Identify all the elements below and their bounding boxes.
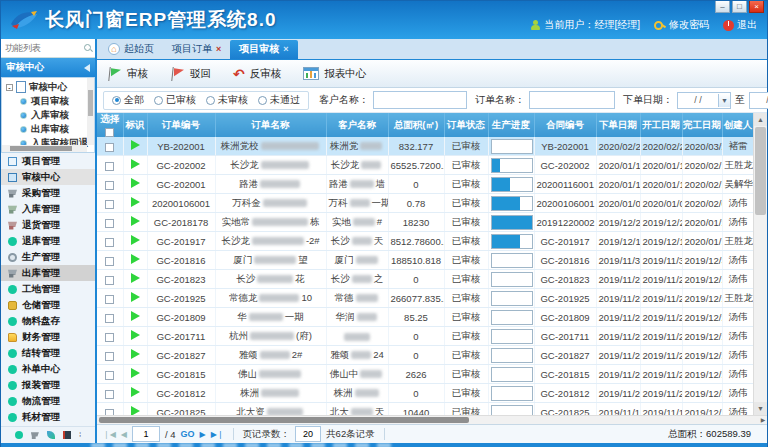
table-row[interactable]: GC-201827雅颂2#雅颂240已审核GC-2018272019/11/20…: [97, 346, 754, 365]
sidebar-item-仓储管理[interactable]: 仓储管理: [1, 297, 95, 313]
chevron-down-icon[interactable]: ▼: [718, 94, 730, 107]
sidebar-item-出库管理[interactable]: 出库管理: [1, 265, 95, 281]
row-checkbox[interactable]: [105, 219, 114, 228]
tree-root-node[interactable]: - 审核中心: [6, 80, 94, 94]
column-header-生产进度[interactable]: 生产进度: [488, 113, 534, 137]
table-row[interactable]: GC-201711杭州(府)0已审核GC-2017112019/11/20201…: [97, 327, 754, 346]
row-checkbox[interactable]: [105, 257, 114, 266]
sidebar-item-耗材管理[interactable]: 耗材管理: [1, 409, 95, 425]
tree-item[interactable]: 项目审核: [6, 94, 94, 108]
scroll-right-icon[interactable]: ▶: [759, 416, 767, 424]
column-header-订单名称[interactable]: 订单名称: [215, 113, 326, 137]
last-page-button[interactable]: ▶❘: [211, 430, 224, 439]
column-header-选择[interactable]: 选择: [97, 113, 123, 137]
close-button[interactable]: ×: [749, 1, 764, 13]
column-header-合同编号[interactable]: 合同编号: [534, 113, 596, 137]
column-header-完工日期[interactable]: 完工日期: [682, 113, 722, 137]
column-header-标识[interactable]: 标识: [123, 113, 147, 137]
sidebar-item-结转管理[interactable]: 结转管理: [1, 345, 95, 361]
row-checkbox[interactable]: [105, 181, 114, 190]
scrollbar-thumb[interactable]: [755, 127, 766, 215]
sidebar-item-退货管理[interactable]: 退货管理: [1, 217, 95, 233]
maximize-button[interactable]: □: [732, 1, 747, 13]
table-horizontal-scrollbar[interactable]: ◀ ▶: [97, 415, 767, 424]
tab-项目审核[interactable]: 项目审核×: [230, 40, 297, 59]
table-row[interactable]: GC-2018178实地常栋实地#18230已审核201912200022019…: [97, 213, 754, 232]
tree-item[interactable]: 出库审核: [6, 122, 94, 136]
row-checkbox[interactable]: [105, 295, 114, 304]
leaf-icon[interactable]: [47, 431, 55, 439]
row-checkbox[interactable]: [105, 314, 114, 323]
radio-已审核[interactable]: 已审核: [154, 93, 196, 107]
page-size-input[interactable]: [295, 426, 321, 442]
table-row[interactable]: GC-201809华一期华润85.25已审核GC-2018092019/11/2…: [97, 308, 754, 327]
page-number-input[interactable]: [132, 426, 160, 442]
sidebar-item-工地管理[interactable]: 工地管理: [1, 281, 95, 297]
order-name-input[interactable]: [529, 91, 615, 109]
minimize-button[interactable]: –: [715, 1, 730, 13]
sidebar-item-入库管理[interactable]: 入库管理: [1, 201, 95, 217]
overflow-icon[interactable]: ⁞: [79, 431, 81, 439]
scroll-down-icon[interactable]: ▼: [754, 402, 767, 415]
row-checkbox[interactable]: [105, 352, 114, 361]
change-password-button[interactable]: 修改密码: [654, 18, 709, 32]
column-header-订单编号[interactable]: 订单编号: [147, 113, 215, 137]
报表中心-button[interactable]: 报表中心: [303, 67, 366, 81]
row-checkbox[interactable]: [105, 390, 114, 399]
table-row[interactable]: GC-202002长沙龙长沙龙65525.7200..已审核GC-2020022…: [97, 156, 754, 175]
radio-未通过[interactable]: 未通过: [258, 93, 300, 107]
sidebar-item-退库管理[interactable]: 退库管理: [1, 233, 95, 249]
radio-未审核[interactable]: 未审核: [206, 93, 248, 107]
tree-vertical-scrollbar[interactable]: [87, 78, 94, 145]
row-checkbox[interactable]: [105, 200, 114, 209]
search-icon[interactable]: [84, 44, 93, 53]
prev-page-button[interactable]: ◀: [121, 430, 127, 439]
function-search-input[interactable]: [3, 42, 84, 54]
row-checkbox[interactable]: [105, 333, 114, 342]
close-icon[interactable]: ×: [216, 44, 221, 54]
table-row[interactable]: YB-202001株洲党校株洲党832.177已审核YB-2020012020/…: [97, 137, 754, 156]
pin-icon[interactable]: [84, 64, 90, 72]
row-checkbox[interactable]: [105, 143, 114, 152]
order-date-input[interactable]: / /▼: [677, 92, 731, 109]
row-checkbox[interactable]: [105, 409, 114, 416]
sidebar-item-物料盘存[interactable]: 物料盘存: [1, 313, 95, 329]
select-all-checkbox[interactable]: [105, 128, 114, 137]
table-row[interactable]: GC-201825北大资北大天10440已审核GC-2018252019/11/…: [97, 403, 754, 416]
row-checkbox[interactable]: [105, 371, 114, 380]
驳回-button[interactable]: 驳回: [170, 66, 211, 82]
customer-name-input[interactable]: [373, 91, 467, 109]
sidebar-item-报装管理[interactable]: 报装管理: [1, 377, 95, 393]
collapse-icon[interactable]: -: [6, 84, 13, 91]
table-row[interactable]: GC-201917长沙龙-2#长沙天8512.78600..已审核GC-2019…: [97, 232, 754, 251]
反审核-button[interactable]: ↶反审核: [233, 67, 281, 81]
dot-icon[interactable]: [15, 431, 23, 439]
tab-起始页[interactable]: ⌂起始页: [99, 40, 163, 59]
column-header-总面积(㎡)[interactable]: 总面积(㎡): [388, 113, 444, 137]
column-header-下单日期[interactable]: 下单日期: [596, 113, 640, 137]
table-row[interactable]: GC-201925常德龙10常德266077.835..已审核GC-201925…: [97, 289, 754, 308]
sidebar-item-生产管理[interactable]: 生产管理: [1, 249, 95, 265]
table-vertical-scrollbar[interactable]: ▲ ▼: [753, 113, 767, 415]
table-row[interactable]: GC-201812株洲株洲0已审核GC-2018122019/11/202019…: [97, 384, 754, 403]
sidebar-item-审核中心[interactable]: 审核中心: [1, 169, 95, 185]
row-checkbox[interactable]: [105, 238, 114, 247]
sidebar-item-物流管理[interactable]: 物流管理: [1, 393, 95, 409]
table-row[interactable]: GC-201823长沙花长沙之0已审核GC-2018232019/11/2720…: [97, 270, 754, 289]
sidebar-item-财务管理[interactable]: 财务管理: [1, 329, 95, 345]
column-header-开工日期[interactable]: 开工日期: [640, 113, 682, 137]
column-header-客户名称[interactable]: 客户名称: [326, 113, 388, 137]
column-header-创建人[interactable]: 创建人: [722, 113, 754, 137]
table-row[interactable]: GC-201815佛山佛山中2626已审核GC-2018152019/11/20…: [97, 365, 754, 384]
sidebar-item-补单中心[interactable]: 补单中心: [1, 361, 95, 377]
scroll-up-icon[interactable]: ▲: [754, 113, 767, 126]
tree-horizontal-scrollbar[interactable]: [2, 145, 87, 152]
tree-item[interactable]: 入库审核: [6, 108, 94, 122]
sidebar-item-项目管理[interactable]: 项目管理: [1, 153, 95, 169]
cart-icon[interactable]: [31, 431, 39, 439]
logout-button[interactable]: 退出: [723, 18, 757, 32]
scrollbar-thumb[interactable]: [99, 417, 469, 423]
审核-button[interactable]: 审核: [107, 66, 148, 82]
radio-全部[interactable]: 全部: [112, 93, 144, 107]
row-checkbox[interactable]: [105, 276, 114, 285]
